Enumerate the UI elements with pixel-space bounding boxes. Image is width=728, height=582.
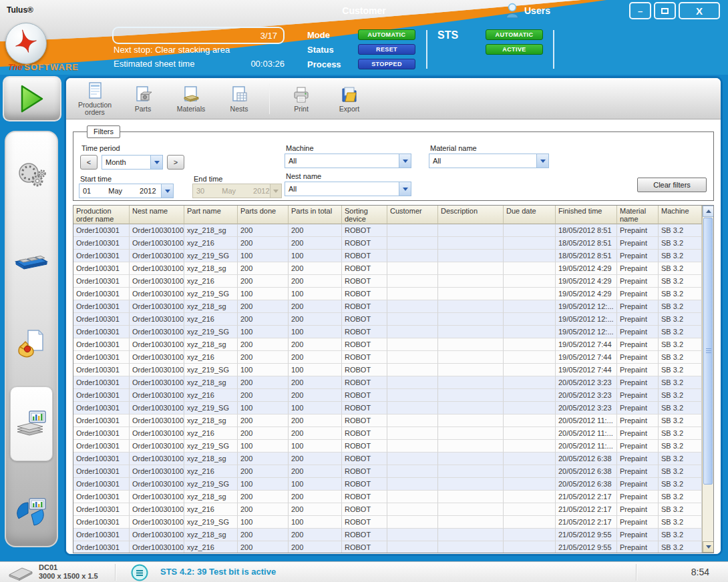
table-cell: 100 <box>289 364 342 376</box>
table-cell: Order100301 <box>73 402 130 414</box>
table-row[interactable]: Order100301Order100301001xyz_216200200RO… <box>73 351 702 364</box>
table-cell <box>504 427 556 440</box>
table-cell: 20/05/2012 11:... <box>556 414 617 427</box>
table-cell: 200 <box>238 465 289 478</box>
mode-label: Mode <box>307 30 330 40</box>
table-cell <box>438 491 504 503</box>
table-row[interactable]: Order100301Order100301001xyz_219_SG10010… <box>73 402 702 414</box>
table-row[interactable]: Order100301Order100301001xyz_219_SG10010… <box>73 478 702 491</box>
table-cell <box>438 376 504 389</box>
end-year: 2012 <box>253 187 269 195</box>
column-header[interactable]: Due date <box>504 206 556 224</box>
maximize-button[interactable] <box>654 2 676 19</box>
table-row[interactable]: Order100301Order100301001xyz_218_sg20020… <box>73 376 702 389</box>
table-row[interactable]: Order100301Order100301001xyz_219_SG10010… <box>73 516 702 529</box>
sidebar-item-statistics[interactable] <box>13 493 50 530</box>
start-time-select[interactable]: 01 May 2012 <box>79 184 174 198</box>
table-cell: Order100301001 <box>130 402 184 414</box>
table-row[interactable]: Order100301Order100301001xyz_216200200RO… <box>73 427 702 440</box>
table-cell: ROBOT <box>342 224 387 237</box>
app-label: Tulus® <box>7 5 33 15</box>
column-header[interactable]: Production order name <box>73 206 130 224</box>
toolbar-export-button[interactable]: Export <box>327 85 371 113</box>
table-row[interactable]: Order100301Order100301001xyz_216200200RO… <box>73 503 702 516</box>
scroll-up-button[interactable] <box>703 206 714 217</box>
vertical-scrollbar[interactable] <box>702 206 713 553</box>
table-row[interactable]: Order100301Order100301001xyz_216200200RO… <box>73 237 702 250</box>
previous-period-button[interactable]: < <box>80 155 98 170</box>
table-row[interactable]: Order100301Order100301001xyz_218_sg20020… <box>73 262 702 275</box>
table-row[interactable]: Order100301Order100301001xyz_218_sg20020… <box>73 453 702 465</box>
table-row[interactable]: Order100301Order100301001xyz_219_SG10010… <box>73 326 702 338</box>
table-row[interactable]: Order100301Order100301001xyz_219_SG10010… <box>73 250 702 262</box>
sidebar-item-manual-sorting[interactable] <box>13 326 50 363</box>
nest-name-select[interactable]: All <box>285 182 411 196</box>
table-cell: Order100301 <box>73 389 130 402</box>
materials-icon <box>181 85 201 105</box>
table-row[interactable]: Order100301Order100301001xyz_218_sg20020… <box>73 529 702 541</box>
table-cell: 200 <box>289 237 342 250</box>
toolbar-parts-button[interactable]: Parts <box>121 85 165 113</box>
column-header[interactable]: Parts done <box>238 206 289 224</box>
table-cell: 100 <box>289 516 342 529</box>
column-header[interactable]: Description <box>438 206 504 224</box>
table-row[interactable]: Order100301Order100301001xyz_218_sg20020… <box>73 224 702 237</box>
next-period-button[interactable]: > <box>167 155 184 170</box>
machine-select[interactable]: All <box>285 154 411 168</box>
table-cell: xyz_216 <box>184 503 238 516</box>
table-row[interactable]: Order100301Order100301001xyz_216200200RO… <box>73 465 702 478</box>
toolbar-production-orders-button[interactable]: Production orders <box>73 81 117 116</box>
toolbar-label: Export <box>339 105 359 113</box>
column-header[interactable]: Material name <box>617 206 659 224</box>
table-row[interactable]: Order100301Order100301001xyz_216200200RO… <box>73 313 702 326</box>
clear-filters-button[interactable]: Clear filters <box>637 178 707 192</box>
column-header[interactable]: Part name <box>184 206 238 224</box>
table-cell: 200 <box>289 541 342 553</box>
column-header[interactable]: Sorting device <box>342 206 387 224</box>
sidebar-item-reports-selected[interactable] <box>10 386 53 461</box>
table-row[interactable]: Order100301Order100301001xyz_218_sg20020… <box>73 491 702 503</box>
end-month: May <box>222 187 236 195</box>
time-period-select[interactable]: Month <box>102 155 163 170</box>
table-row[interactable]: Order100301Order100301001xyz_216200200RO… <box>73 275 702 288</box>
table-row[interactable]: Order100301Order100301001xyz_219_SG10010… <box>73 364 702 376</box>
message-list-icon[interactable] <box>131 564 148 581</box>
toolbar-print-button[interactable]: Print <box>279 85 323 113</box>
column-header[interactable]: Machine <box>659 206 702 224</box>
table-cell: Order100301 <box>73 440 130 453</box>
table-cell <box>438 275 504 288</box>
column-header[interactable]: Customer <box>387 206 438 224</box>
start-button[interactable] <box>3 76 61 121</box>
table-row[interactable]: Order100301Order100301001xyz_219_SG10010… <box>73 288 702 300</box>
table-cell <box>387 427 438 440</box>
table-cell: 200 <box>238 275 289 288</box>
table-row[interactable]: Order100301Order100301001xyz_218_sg20020… <box>73 414 702 427</box>
sheet-progress-bar: 3/17 <box>112 27 285 44</box>
table-row[interactable]: Order100301Order100301001xyz_218_sg20020… <box>73 300 702 313</box>
sidebar-item-machine[interactable] <box>13 240 50 278</box>
users-button[interactable]: Users <box>505 3 550 19</box>
column-header[interactable]: Finished time <box>556 206 617 224</box>
close-button[interactable]: X <box>679 2 720 19</box>
table-row[interactable]: Order100301Order100301001xyz_216200200RO… <box>73 541 702 553</box>
table-row[interactable]: Order100301Order100301001xyz_216200200RO… <box>73 389 702 402</box>
scrollbar-thumb[interactable] <box>703 218 713 485</box>
chevron-down-icon <box>706 545 711 549</box>
column-header[interactable]: Parts in total <box>289 206 342 224</box>
sheet-icon <box>8 566 33 581</box>
material-select[interactable]: All <box>429 154 549 168</box>
table-cell: ROBOT <box>342 376 387 389</box>
table-cell <box>387 275 438 288</box>
toolbar-nests-button[interactable]: Nests <box>217 85 261 113</box>
minimize-button[interactable]: – <box>629 2 651 19</box>
chevron-up-icon <box>706 210 711 213</box>
column-header[interactable]: Nest name <box>130 206 184 224</box>
toolbar-materials-button[interactable]: Materials <box>169 85 213 113</box>
table-cell: 18/05/2012 8:51 <box>556 224 617 237</box>
table-row[interactable]: Order100301Order100301001xyz_219_SG10010… <box>73 440 702 453</box>
table-cell: SB 3.2 <box>659 300 702 313</box>
sidebar-item-tools[interactable] <box>13 158 50 195</box>
scroll-down-button[interactable] <box>703 541 714 553</box>
toolbar-label: Parts <box>135 105 152 113</box>
table-row[interactable]: Order100301Order100301001xyz_218_sg20020… <box>73 338 702 351</box>
